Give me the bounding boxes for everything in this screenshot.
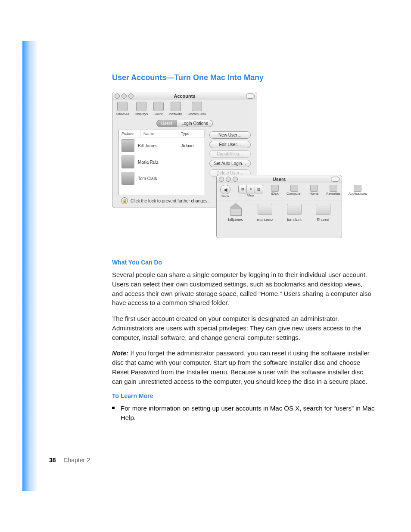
lock-text: Click the lock to prevent further change…	[131, 199, 209, 203]
body-paragraph: Several people can share a single comput…	[112, 270, 375, 308]
toolbar-label: Sound	[153, 112, 163, 116]
toolbar-label: Applications	[348, 192, 367, 196]
section-heading-to-learn-more: To Learn More	[112, 392, 375, 399]
column-type: Type	[178, 130, 205, 137]
table-row[interactable]: Tom Clark	[119, 170, 205, 187]
toolbar-label: Back	[221, 194, 229, 198]
page-title: User Accounts—Turn One Mac Into Many	[112, 73, 375, 82]
tab-users[interactable]: Users	[156, 120, 177, 127]
toolbar-label: Show All	[116, 112, 129, 116]
folder-label: Shared	[317, 218, 329, 222]
folder-label: tomclark	[287, 218, 302, 222]
set-auto-login-button[interactable]: Set Auto Login…	[209, 160, 251, 167]
user-picture-icon	[121, 172, 134, 185]
finder-window: Users ◀Back ⊞≡▥View iDisk Computer Home …	[216, 175, 342, 238]
user-picture-icon	[121, 156, 134, 168]
chapter-label: Chapter 2	[63, 457, 90, 464]
toolbar-label: View	[247, 193, 254, 197]
favorites-button[interactable]: Favorites	[326, 185, 340, 198]
tab-login-options[interactable]: Login Options	[177, 120, 213, 127]
table-row[interactable]: Maria Ruiz	[119, 154, 205, 170]
folder-icon	[287, 204, 302, 215]
idisk-button[interactable]: iDisk	[271, 185, 279, 198]
applications-button[interactable]: Applications	[348, 185, 367, 198]
user-type: Admin	[181, 143, 202, 148]
toolbar-label: iDisk	[271, 192, 278, 196]
lock-icon[interactable]: 🔒	[121, 197, 128, 204]
new-user-button[interactable]: New User…	[209, 131, 251, 139]
body-paragraph: The first user account created on your c…	[112, 314, 375, 342]
folder-billjames[interactable]: billjames	[228, 204, 243, 222]
edit-user-button[interactable]: Edit User…	[209, 141, 251, 148]
table-row[interactable]: Bill JamesAdmin	[119, 137, 205, 154]
user-list[interactable]: Picture Name Type Bill JamesAdmin Maria …	[118, 130, 205, 195]
home-folder-icon	[229, 204, 242, 215]
folder-icon	[258, 204, 272, 215]
user-name: Bill James	[138, 143, 181, 148]
computer-button[interactable]: Computer	[286, 185, 302, 198]
toolbar-label: Computer	[286, 192, 302, 196]
list-item: For more information on setting up user …	[112, 404, 375, 423]
window-title: Users	[217, 177, 342, 182]
displays-button[interactable]: Displays	[135, 102, 148, 116]
toolbar-label: Network	[169, 112, 182, 116]
toolbar-toggle-icon[interactable]	[331, 177, 339, 182]
sound-button[interactable]: Sound	[153, 102, 164, 116]
user-picture-icon	[121, 139, 134, 152]
note-paragraph: Note: If you forget the administrator pa…	[112, 348, 375, 386]
folder-mariaruiz[interactable]: mariaruiz	[257, 204, 273, 222]
folder-tomclark[interactable]: tomclark	[287, 204, 302, 222]
home-button[interactable]: Home	[309, 185, 318, 198]
folder-shared[interactable]: Shared	[316, 204, 330, 222]
prefs-toolbar: Show All Displays Sound Network Startup …	[112, 100, 257, 117]
note-body: If you forget the administrator password…	[112, 349, 370, 385]
network-button[interactable]: Network	[169, 102, 182, 116]
toolbar-label: Startup Disk	[187, 112, 206, 116]
column-picture: Picture	[119, 130, 141, 137]
figure-screenshots: Accounts Show All Displays Sound Network…	[112, 92, 375, 243]
folder-icon	[316, 204, 330, 215]
toolbar-toggle-icon[interactable]	[246, 93, 255, 99]
folder-label: billjames	[228, 218, 243, 222]
column-name: Name	[141, 130, 178, 137]
window-title: Accounts	[112, 93, 257, 99]
back-button[interactable]: ◀Back	[220, 185, 230, 198]
section-heading-what-you-can-do: What You Can Do	[112, 259, 375, 266]
toolbar-label: Favorites	[326, 192, 340, 196]
margin-gradient	[22, 41, 38, 491]
toolbar-label: Home	[309, 192, 318, 196]
page-number: 38	[49, 457, 56, 464]
view-segment[interactable]: ⊞≡▥View	[238, 185, 263, 198]
folder-label: mariaruiz	[257, 218, 273, 222]
toolbar-label: Displays	[135, 112, 148, 116]
startup-disk-button[interactable]: Startup Disk	[187, 102, 206, 116]
note-label: Note:	[112, 349, 128, 357]
user-name: Tom Clark	[138, 176, 181, 181]
user-name: Maria Ruiz	[138, 160, 181, 165]
page-footer: 38 Chapter 2	[49, 457, 90, 464]
capabilities-button[interactable]: Capabilities…	[209, 150, 251, 158]
show-all-button[interactable]: Show All	[116, 102, 129, 116]
